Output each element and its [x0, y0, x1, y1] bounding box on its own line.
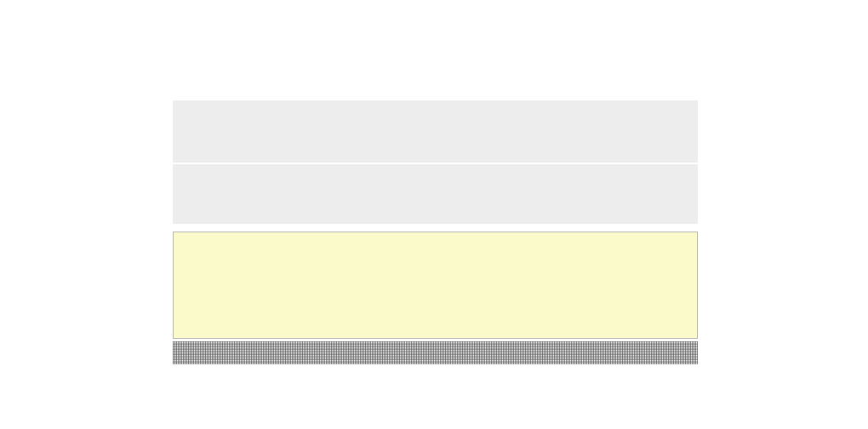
oncoprint-row-tp53 [173, 101, 698, 163]
signature-bars [173, 232, 698, 339]
rate-bars [173, 9, 698, 92]
oncoprint-row-tbp [173, 164, 698, 224]
sample-labels-band [173, 341, 698, 364]
comut-figure [0, 0, 868, 429]
oncoprint-panel [173, 100, 698, 224]
